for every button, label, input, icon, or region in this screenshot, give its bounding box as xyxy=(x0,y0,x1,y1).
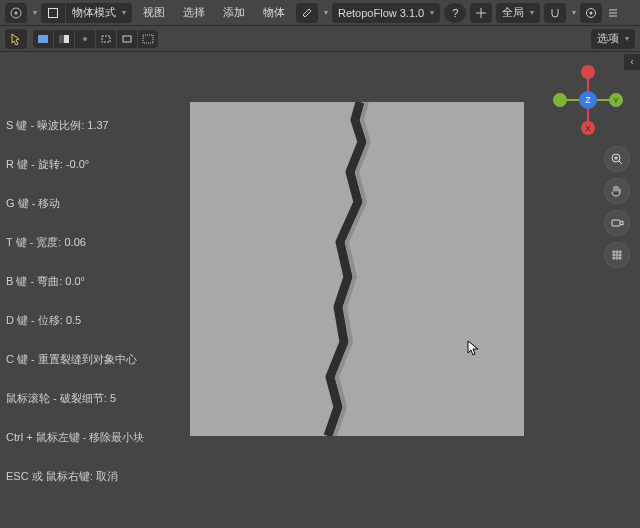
tool-settings-bar: 选项 ▾ xyxy=(0,26,640,52)
svg-rect-8 xyxy=(102,36,110,42)
operator-hints: S 键 - 噪波比例: 1.37 R 键 - 旋转: -0.0° G 键 - 移… xyxy=(6,118,144,484)
select-mode-6[interactable] xyxy=(138,30,158,48)
nav-gizmo[interactable]: Y X Z xyxy=(548,60,628,140)
hint-t: T 键 - 宽度: 0.06 xyxy=(6,235,144,250)
select-mode-5[interactable] xyxy=(117,30,137,48)
svg-rect-9 xyxy=(123,36,131,42)
svg-point-1 xyxy=(15,11,18,14)
select-mode-2[interactable] xyxy=(54,30,74,48)
svg-point-16 xyxy=(553,93,567,107)
zoom-icon[interactable] xyxy=(604,146,630,172)
chevron-down-icon: ▾ xyxy=(33,8,37,17)
select-mode-1[interactable] xyxy=(33,30,53,48)
mode-select-label: 物体模式 xyxy=(72,5,116,20)
orientation-label: 全局 xyxy=(502,5,524,20)
hint-wheel: 鼠标滚轮 - 破裂细节: 5 xyxy=(6,391,144,406)
orientation-select[interactable]: 全局 ▾ xyxy=(496,3,540,23)
menu-object[interactable]: 物体 xyxy=(256,3,292,23)
chevron-down-icon: ▾ xyxy=(324,8,328,17)
orientation-icon[interactable] xyxy=(470,3,492,23)
chevron-down-icon: ▾ xyxy=(430,8,434,17)
viewport-controls xyxy=(604,146,630,268)
help-icon[interactable]: ? xyxy=(444,3,466,23)
crack-geometry xyxy=(190,102,524,436)
header-toolbar: ▾ 物体模式 ▾ 视图 选择 添加 物体 ▾ RetopoFlow 3.1.0 … xyxy=(0,0,640,26)
svg-rect-21 xyxy=(612,220,620,226)
proportional-icon[interactable] xyxy=(580,3,602,23)
svg-rect-7 xyxy=(59,35,64,43)
hint-g: G 键 - 移动 xyxy=(6,196,144,211)
menu-select[interactable]: 选择 xyxy=(176,3,212,23)
svg-rect-2 xyxy=(49,8,58,17)
axis-y-label: Y xyxy=(613,96,619,105)
svg-point-15 xyxy=(581,65,595,79)
viewport-3d[interactable] xyxy=(190,102,524,436)
selection-mode-set xyxy=(33,30,158,48)
dot-icon xyxy=(83,37,87,41)
hint-esc: ESC 或 鼠标右键: 取消 xyxy=(6,469,144,484)
options-label: 选项 xyxy=(597,31,619,46)
snap-icon[interactable] xyxy=(544,3,566,23)
mode-select[interactable]: 物体模式 ▾ xyxy=(66,3,132,23)
editor-type-icon[interactable] xyxy=(5,3,27,23)
select-mode-4[interactable] xyxy=(96,30,116,48)
hint-s: S 键 - 噪波比例: 1.37 xyxy=(6,118,144,133)
chevron-down-icon: ▾ xyxy=(530,8,534,17)
axis-z-label: Z xyxy=(585,95,591,105)
menu-view[interactable]: 视图 xyxy=(136,3,172,23)
axis-x-label: X xyxy=(585,124,591,133)
chevron-down-icon: ▾ xyxy=(572,8,576,17)
mode-icon-button[interactable] xyxy=(41,3,65,23)
addon-dropdown[interactable]: RetopoFlow 3.1.0 ▾ xyxy=(332,3,440,23)
addon-label: RetopoFlow 3.1.0 xyxy=(338,7,424,19)
select-tool-icon[interactable] xyxy=(5,29,27,49)
chevron-down-icon: ▾ xyxy=(122,8,126,17)
hint-ctrl-lmb: Ctrl + 鼠标左键 - 移除最小块 xyxy=(6,430,144,445)
select-mode-3[interactable] xyxy=(75,30,95,48)
pivot-icon[interactable] xyxy=(296,3,318,23)
hint-d: D 键 - 位移: 0.5 xyxy=(6,313,144,328)
pan-icon[interactable] xyxy=(604,178,630,204)
perspective-icon[interactable] xyxy=(604,242,630,268)
hint-b: B 键 - 弯曲: 0.0° xyxy=(6,274,144,289)
svg-rect-10 xyxy=(143,35,153,43)
overflow-icon[interactable] xyxy=(606,3,620,23)
hint-r: R 键 - 旋转: -0.0° xyxy=(6,157,144,172)
chevron-down-icon: ▾ xyxy=(625,34,629,43)
svg-point-4 xyxy=(590,11,593,14)
svg-rect-5 xyxy=(38,35,48,43)
menu-add[interactable]: 添加 xyxy=(216,3,252,23)
camera-icon[interactable] xyxy=(604,210,630,236)
hint-c: C 键 - 重置裂缝到对象中心 xyxy=(6,352,144,367)
options-dropdown[interactable]: 选项 ▾ xyxy=(591,29,635,49)
